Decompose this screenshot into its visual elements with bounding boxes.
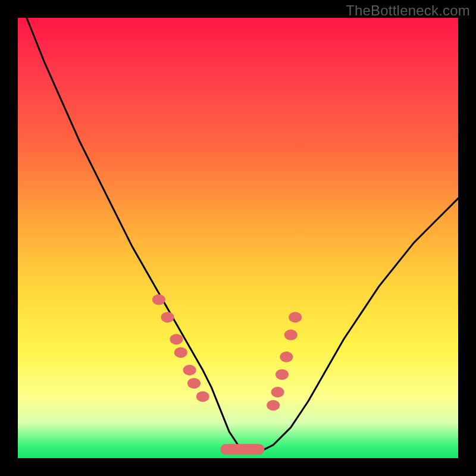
curve-marker bbox=[161, 312, 174, 322]
curve-marker bbox=[196, 391, 209, 402]
chart-frame: TheBottleneck.com bbox=[0, 0, 476, 476]
watermark-text: TheBottleneck.com bbox=[346, 2, 470, 19]
curve-marker bbox=[271, 387, 284, 397]
curve-marker bbox=[170, 334, 183, 345]
curve-marker bbox=[289, 312, 302, 322]
curve-layer bbox=[18, 18, 458, 458]
plot-area bbox=[18, 18, 458, 458]
curve-marker bbox=[183, 365, 196, 375]
curve-marker bbox=[267, 400, 280, 411]
curve-marker bbox=[280, 352, 293, 362]
curve-marker bbox=[174, 347, 187, 358]
curve-marker bbox=[152, 295, 165, 305]
curve-marker bbox=[284, 330, 298, 340]
bottleneck-curve bbox=[27, 18, 458, 449]
marker-cluster-left bbox=[152, 295, 209, 402]
bottom-marker-bar bbox=[220, 444, 264, 455]
curve-marker bbox=[187, 378, 201, 389]
marker-cluster-right bbox=[267, 312, 302, 411]
curve-marker bbox=[275, 369, 289, 380]
